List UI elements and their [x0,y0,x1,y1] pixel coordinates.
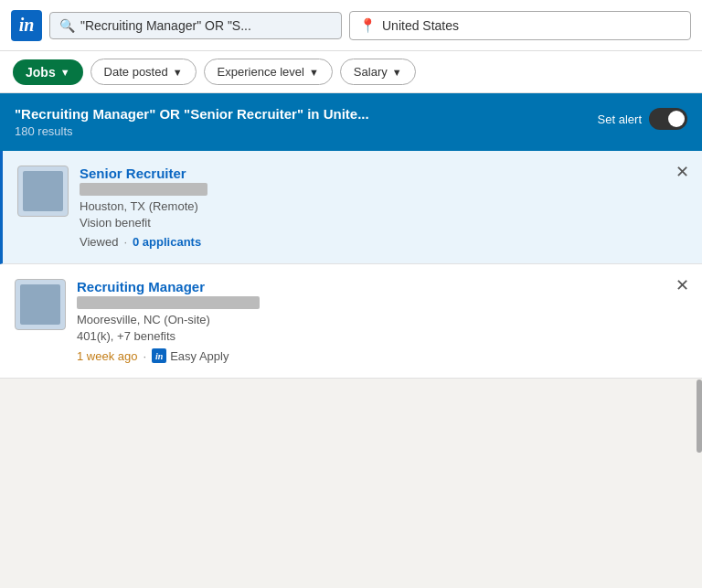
filter-bar: Jobs ▼ Date posted ▼ Experience level ▼ … [0,51,702,93]
location-box[interactable]: 📍 United States [349,11,691,40]
search-query-text: "Recruiting Manager" OR "S... [80,18,251,33]
dot-separator-1: · [123,235,127,249]
dismiss-job-1-button[interactable]: ✕ [675,162,689,182]
alert-section: Set alert [598,108,687,130]
dismiss-job-2-button[interactable]: ✕ [675,275,689,295]
company-logo-1 [17,166,69,217]
job-info-1: Senior Recruiter Houston, TX (Remote) Vi… [80,166,687,249]
company-logo-inner-1 [23,171,63,211]
jobs-button-label: Jobs [26,65,56,80]
job-location-2: Mooresville, NC (On-site) [77,313,687,326]
job-location-1: Houston, TX (Remote) [80,199,687,213]
scrollbar[interactable] [697,380,702,453]
company-logo-2 [15,279,66,330]
company-name-blurred-1 [80,183,207,196]
salary-label: Salary [354,65,388,79]
jobs-dropdown-arrow: ▼ [60,67,70,78]
job-card-1[interactable]: Senior Recruiter Houston, TX (Remote) Vi… [0,151,702,264]
date-posted-arrow: ▼ [173,67,183,78]
dot-separator-2: · [144,349,147,363]
jobs-filter-button[interactable]: Jobs ▼ [13,59,83,85]
job-info-2: Recruiting Manager Mooresville, NC (On-s… [77,279,687,363]
applicants-text-1: 0 applicants [133,235,201,249]
viewed-text-1: Viewed [80,235,118,249]
header: in 🔍 "Recruiting Manager" OR "S... 📍 Uni… [0,0,702,51]
linkedin-icon-text: in [155,351,163,361]
search-box[interactable]: 🔍 "Recruiting Manager" OR "S... [49,12,342,39]
company-logo-inner-2 [20,284,60,325]
job-title-1: Senior Recruiter [80,166,687,181]
jobs-container: Senior Recruiter Houston, TX (Remote) Vi… [0,151,702,379]
results-banner: "Recruiting Manager" OR "Senior Recruite… [0,93,702,151]
job-card-2[interactable]: Recruiting Manager Mooresville, NC (On-s… [0,264,702,379]
easy-apply-badge-2: in Easy Apply [152,348,229,363]
salary-filter-button[interactable]: Salary ▼ [340,59,416,85]
location-pin-icon: 📍 [359,17,377,34]
results-title: "Recruiting Manager" OR "Senior Recruite… [15,106,369,122]
time-ago-2: 1 week ago [77,349,138,363]
job-benefit-1: Vision benefit [80,216,687,230]
company-name-blurred-2 [77,296,260,309]
job-benefit-2: 401(k), +7 benefits [77,329,687,343]
results-info: "Recruiting Manager" OR "Senior Recruite… [15,106,369,138]
linkedin-easy-apply-icon: in [152,348,166,363]
salary-arrow: ▼ [392,67,402,78]
alert-toggle[interactable] [649,108,687,130]
logo-text: in [19,15,35,36]
search-icon: 🔍 [59,18,75,33]
job-title-2: Recruiting Manager [77,279,687,294]
set-alert-label: Set alert [598,112,642,126]
date-posted-label: Date posted [104,65,168,79]
job-meta-1: Viewed · 0 applicants [80,235,687,249]
results-count: 180 results [15,124,369,138]
easy-apply-text: Easy Apply [170,349,229,363]
experience-level-label: Experience level [218,65,304,79]
location-text: United States [382,18,459,33]
date-posted-filter-button[interactable]: Date posted ▼ [90,59,197,85]
experience-level-filter-button[interactable]: Experience level ▼ [204,59,333,85]
linkedin-logo[interactable]: in [11,10,42,41]
job-meta-2: 1 week ago · in Easy Apply [77,348,687,363]
experience-level-arrow: ▼ [309,67,319,78]
